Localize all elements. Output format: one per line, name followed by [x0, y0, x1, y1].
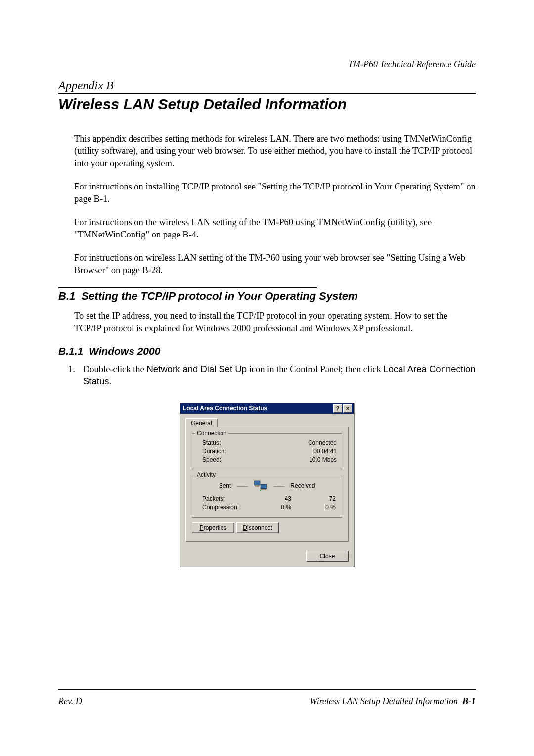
packets-label: Packets:	[197, 495, 247, 502]
svg-point-4	[260, 489, 262, 491]
divider-dash: ——	[273, 483, 284, 489]
compression-row: Compression: 0 % 0 %	[197, 504, 337, 511]
divider-dash: ——	[237, 483, 248, 489]
step-body: Double-click the Network and Dial Set Up…	[83, 363, 476, 388]
section-rule	[58, 287, 317, 288]
activity-received-label: Received	[290, 482, 315, 489]
step-text-prefix: Double-click the	[83, 364, 146, 374]
intro-paragraph-4: For instructions on wireless LAN setting…	[74, 252, 476, 277]
close-icon[interactable]: ×	[343, 404, 352, 413]
intro-paragraph-2: For instructions on installing TCP/IP pr…	[74, 181, 476, 205]
connection-group: Connection Status: Connected Duration: 0…	[192, 433, 342, 470]
network-computers-icon	[254, 480, 267, 491]
section-number: B.1	[58, 290, 75, 302]
connection-status-dialog: Local Area Connection Status ? × General…	[180, 403, 354, 567]
intro-paragraph-3: For instructions on the wireless LAN set…	[74, 216, 476, 241]
close-button[interactable]: Close	[306, 551, 349, 562]
status-label: Status:	[197, 439, 221, 446]
status-value: Connected	[308, 439, 337, 446]
section-body: To set the IP address, you need to insta…	[74, 310, 476, 334]
section-title: Setting the TCP/IP protocol in Your Oper…	[81, 290, 357, 302]
duration-value: 00:04:41	[313, 448, 337, 455]
footer-rule	[58, 689, 476, 690]
packets-sent: 43	[247, 495, 291, 502]
page-number: B-1	[462, 696, 476, 706]
close-label: lose	[324, 553, 335, 560]
activity-sent-label: Sent	[219, 482, 231, 489]
section-heading: B.1 Setting the TCP/IP protocol in Your …	[58, 290, 476, 303]
header-guide-title: TM-P60 Technical Reference Guide	[58, 59, 476, 70]
document-page: TM-P60 Technical Reference Guide Appendi…	[0, 0, 534, 756]
title-rule	[58, 93, 476, 94]
step-number: 1.	[68, 363, 83, 388]
connection-legend: Connection	[195, 430, 228, 437]
dialog-title: Local Area Connection Status	[183, 405, 267, 412]
step-text-mid: icon in the Control Panel; then click	[247, 364, 383, 374]
tab-general[interactable]: General	[185, 418, 218, 427]
status-row: Status: Connected	[197, 439, 337, 446]
activity-header: Sent —— ——	[197, 480, 337, 491]
dialog-body: General Connection Status: Connected Dur…	[180, 414, 354, 547]
activity-group: Activity Sent ——	[192, 475, 342, 518]
help-button[interactable]: ?	[333, 404, 342, 413]
disconnect-button[interactable]: Disconnect	[236, 522, 279, 533]
activity-legend: Activity	[195, 472, 217, 478]
speed-value: 10.0 Mbps	[309, 456, 337, 463]
footer-right: Wireless LAN Setup Detailed Information …	[310, 696, 476, 707]
packets-row: Packets: 43 72	[197, 495, 337, 502]
compression-received: 0 %	[291, 504, 336, 511]
page-title: Wireless LAN Setup Detailed Information	[58, 96, 476, 113]
appendix-label: Appendix B	[58, 79, 476, 92]
footer-rev: Rev. D	[58, 696, 82, 707]
intro-paragraph-1: This appendix describes setting methods …	[74, 133, 476, 170]
step-ui-label-1: Network and Dial Set Up	[146, 364, 247, 374]
duration-row: Duration: 00:04:41	[197, 448, 337, 455]
button-row: Properties Disconnect	[192, 522, 342, 533]
properties-button[interactable]: Properties	[192, 522, 234, 533]
subsection-number: B.1.1	[58, 345, 83, 357]
step-1: 1. Double-click the Network and Dial Set…	[68, 363, 476, 388]
subsection-heading: B.1.1 Windows 2000	[58, 345, 476, 357]
compression-sent: 0 %	[247, 504, 291, 511]
close-row: Close	[180, 547, 354, 567]
svg-rect-0	[254, 481, 260, 485]
duration-label: Duration:	[197, 448, 226, 455]
tab-panel: Connection Status: Connected Duration: 0…	[185, 427, 349, 542]
svg-rect-3	[262, 489, 266, 490]
svg-rect-1	[255, 485, 259, 486]
dialog-screenshot: Local Area Connection Status ? × General…	[58, 403, 476, 567]
svg-rect-2	[261, 484, 267, 489]
speed-label: Speed:	[197, 456, 221, 463]
compression-label: Compression:	[197, 504, 247, 511]
page-footer: Rev. D Wireless LAN Setup Detailed Infor…	[58, 696, 476, 707]
step-text-suffix: .	[109, 377, 111, 386]
disconnect-label: isconnect	[247, 524, 272, 531]
dialog-title-bar: Local Area Connection Status ? ×	[180, 403, 354, 414]
packets-received: 72	[291, 495, 336, 502]
subsection-title: Windows 2000	[89, 345, 161, 357]
properties-label: roperties	[204, 524, 227, 531]
footer-doc-title: Wireless LAN Setup Detailed Information	[310, 696, 458, 706]
speed-row: Speed: 10.0 Mbps	[197, 456, 337, 463]
